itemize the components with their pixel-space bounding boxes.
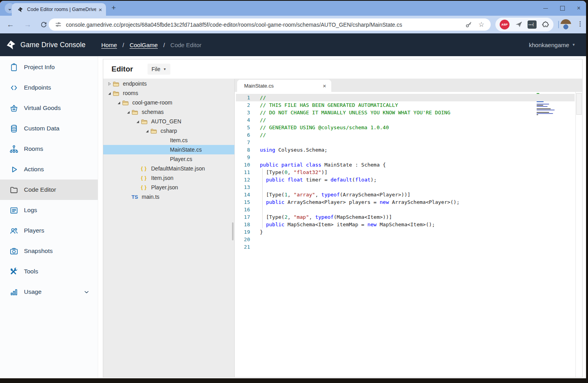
code-line-17: 17 [Type(2, "map", typeof(MapSchema<Item… xyxy=(236,213,575,221)
sidebar-item-actions[interactable]: Actions xyxy=(0,159,98,180)
adblock-extension-icon[interactable]: ABP xyxy=(500,20,509,29)
editor-tab-close-icon[interactable]: × xyxy=(323,82,326,89)
line-number: 10 xyxy=(236,161,250,169)
code-line-8: 8using Colyseus.Schema; xyxy=(236,146,575,154)
line-number: 8 xyxy=(236,146,250,154)
tree-expander-icon[interactable] xyxy=(106,82,113,86)
app-navbar: Game Drive Console Home/CoolGame/Code Ed… xyxy=(0,33,586,56)
tree-item-item-cs[interactable]: Item.cs xyxy=(103,136,234,145)
code-line-10: 10public partial class MainState : Schem… xyxy=(236,161,575,169)
bookmark-star-icon[interactable]: ☆ xyxy=(478,21,484,28)
tree-item-player-cs[interactable]: Player.cs xyxy=(103,154,234,164)
url-bar[interactable]: console.gamedrive.cc/projects/68a045fbde… xyxy=(49,18,491,31)
editor-scrollbar[interactable] xyxy=(575,92,582,377)
tree-item-player-json[interactable]: { }Player.json xyxy=(103,183,234,192)
sidebar-item-snapshots[interactable]: Snapshots xyxy=(0,241,98,261)
tree-item-rooms[interactable]: rooms xyxy=(103,88,234,98)
tree-item-main-ts[interactable]: TSmain.ts xyxy=(103,192,234,202)
code-brackets-icon xyxy=(9,83,18,92)
sidebar-item-code-editor[interactable]: Code Editor xyxy=(0,180,98,200)
code-line-20: 20 xyxy=(236,236,575,243)
tree-expander-icon[interactable] xyxy=(143,129,150,133)
new-tab-button[interactable]: + xyxy=(111,4,116,12)
user-menu[interactable]: khonkaengame ▼ xyxy=(529,42,576,48)
chevron-down-icon: ▼ xyxy=(163,67,166,71)
sidebar-item-tools[interactable]: Tools xyxy=(0,261,98,282)
tree-item-auto-gen[interactable]: AUTO_GEN xyxy=(103,117,234,126)
tree-item-item-json[interactable]: { }Item.json xyxy=(103,173,234,183)
tree-item-schemas[interactable]: schemas xyxy=(103,107,234,117)
log-list-icon xyxy=(9,206,18,215)
url-text[interactable]: console.gamedrive.cc/projects/68a045fbde… xyxy=(66,22,459,28)
password-key-icon[interactable] xyxy=(465,21,472,28)
screenshare-extension-icon[interactable]: •••▏ xyxy=(528,20,537,29)
line-number: 18 xyxy=(236,221,250,228)
line-number: 3 xyxy=(236,109,250,116)
tree-item-cool-game-room[interactable]: cool-game-room xyxy=(103,98,234,107)
browser-tab[interactable]: Code Editor rooms | GameDrive × xyxy=(12,3,106,16)
editor-panel: Editor File ▼ endpointsroomscool-game-ro… xyxy=(103,59,583,378)
editor-tab-bar: MainState.cs × xyxy=(235,79,582,92)
breadcrumb-home[interactable]: Home xyxy=(101,42,117,48)
site-info-icon[interactable] xyxy=(55,22,62,27)
gamedrive-favicon xyxy=(17,6,24,13)
code-editor[interactable]: MainState.cs × 1//2// THIS FILE HAS BEEN… xyxy=(235,79,582,377)
tree-item-label: DefaultMainState.json xyxy=(151,165,205,172)
sidebar-item-project-info[interactable]: Project Info xyxy=(0,57,98,77)
tree-item-endpoints[interactable]: endpoints xyxy=(103,79,234,88)
plane-extension-icon[interactable] xyxy=(515,20,523,29)
sidebar-item-rooms[interactable]: Rooms xyxy=(0,139,98,159)
breadcrumb-coolgame[interactable]: CoolGame xyxy=(130,42,158,48)
tree-item-label: csharp xyxy=(161,128,177,134)
tree-item-defaultmainstate-json[interactable]: { }DefaultMainState.json xyxy=(103,164,234,173)
tools-icon xyxy=(9,267,18,276)
tab-close-icon[interactable]: × xyxy=(99,6,102,13)
line-number: 11 xyxy=(236,169,250,176)
window-controls: × xyxy=(543,1,581,16)
tree-item-csharp[interactable]: csharp xyxy=(103,126,234,136)
tree-item-label: endpoints xyxy=(123,81,147,87)
folder-icon xyxy=(113,90,123,96)
back-button[interactable]: ← xyxy=(7,20,14,29)
editor-tab-mainstate[interactable]: MainState.cs × xyxy=(237,80,331,92)
code-line-19: 19} xyxy=(236,228,575,236)
chevron-down-icon: ⌄ xyxy=(8,5,12,11)
line-number: 4 xyxy=(236,116,250,124)
editor-scrollbar-thumb[interactable] xyxy=(576,93,582,115)
file-menu-button[interactable]: File ▼ xyxy=(148,64,170,75)
forward-button[interactable]: → xyxy=(24,20,31,29)
reload-button[interactable] xyxy=(40,21,47,28)
screen: { "browser": { "tab": {"title": "Code Ed… xyxy=(0,0,588,383)
sidebar-item-virtual-goods[interactable]: Virtual Goods xyxy=(0,98,98,118)
code-area[interactable]: 1//2// THIS FILE HAS BEEN GENERATED AUTO… xyxy=(235,92,582,377)
tree-expander-icon[interactable] xyxy=(124,110,131,114)
tree-item-label: MainState.cs xyxy=(170,147,202,153)
line-number: 20 xyxy=(236,236,250,243)
sidebar-item-players[interactable]: Players xyxy=(0,220,98,241)
tree-item-mainstate-cs[interactable]: MainState.cs xyxy=(103,145,234,154)
close-button[interactable]: × xyxy=(577,6,581,10)
tree-scrollbar-thumb[interactable] xyxy=(232,222,234,240)
sidebar-item-usage[interactable]: Usage xyxy=(0,282,98,302)
breadcrumb: Home/CoolGame/Code Editor xyxy=(101,42,201,48)
browser-toolbar: ← → console.gamedrive.cc/projects/68a045… xyxy=(0,16,586,33)
sidebar-item-logs[interactable]: Logs xyxy=(0,200,98,220)
sidebar-item-endpoints[interactable]: Endpoints xyxy=(0,77,98,98)
line-number: 12 xyxy=(236,176,250,183)
browser-tab-strip: ⌄ Code Editor rooms | GameDrive × + × xyxy=(0,1,586,16)
code-line-7: 7 xyxy=(236,139,575,146)
profile-avatar[interactable] xyxy=(561,19,571,30)
extensions-puzzle-icon[interactable] xyxy=(542,21,549,28)
minimize-button[interactable] xyxy=(543,8,548,9)
tree-expander-icon[interactable] xyxy=(106,91,113,95)
tree-expander-icon[interactable] xyxy=(115,101,122,105)
sidebar-item-label: Endpoints xyxy=(24,84,51,91)
maximize-button[interactable] xyxy=(560,6,565,11)
folder-icon xyxy=(122,100,132,106)
browser-menu-icon[interactable]: ⋮ xyxy=(577,20,583,27)
sidebar-item-custom-data[interactable]: Custom Data xyxy=(0,118,98,139)
sidebar-item-label: Actions xyxy=(24,166,44,173)
tree-expander-icon[interactable] xyxy=(134,119,141,124)
panel-title: Editor xyxy=(111,65,133,73)
code-line-9: 9 xyxy=(236,154,575,161)
